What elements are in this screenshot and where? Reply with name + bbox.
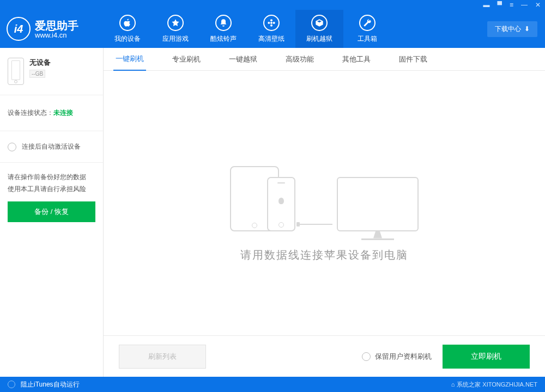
subtab-jailbreak[interactable]: 一键越狱 bbox=[227, 48, 259, 70]
nav-wallpapers[interactable]: 高清壁纸 bbox=[247, 10, 295, 48]
nav-my-device[interactable]: 我的设备 bbox=[104, 10, 152, 48]
appstore-icon bbox=[167, 15, 184, 31]
watermark-icon: ⌂ bbox=[451, 381, 455, 388]
svg-point-4 bbox=[273, 22, 275, 24]
svg-point-1 bbox=[270, 19, 272, 21]
action-bar: 刷新列表 保留用户资料刷机 立即刷机 bbox=[104, 335, 545, 377]
subtab-oneclick-flash[interactable]: 一键刷机 bbox=[113, 48, 146, 71]
subtab-firmware[interactable]: 固件下载 bbox=[397, 48, 429, 70]
connection-status: 设备连接状态：未连接 bbox=[0, 95, 103, 131]
main-panel: 一键刷机 专业刷机 一键越狱 高级功能 其他工具 固件下载 请用数据线连接苹果设… bbox=[104, 48, 545, 377]
iphone-icon bbox=[267, 177, 295, 231]
content-area: 请用数据线连接苹果设备到电脑 bbox=[104, 71, 545, 335]
feedback-icon[interactable]: ▬ bbox=[483, 1, 489, 9]
skin-icon[interactable]: ▀ bbox=[497, 1, 502, 9]
close-icon[interactable]: ✕ bbox=[535, 1, 541, 9]
device-name: 无设备 bbox=[29, 58, 51, 68]
block-itunes-option[interactable]: 阻止iTunes自动运行 bbox=[21, 380, 80, 389]
keep-user-data-option[interactable]: 保留用户资料刷机 bbox=[362, 352, 432, 362]
svg-point-3 bbox=[268, 22, 270, 24]
device-info: 无设备 --GB bbox=[0, 48, 103, 95]
status-value: 未连接 bbox=[53, 109, 73, 117]
wrench-icon bbox=[359, 15, 376, 31]
app-name: 爱思助手 bbox=[35, 20, 78, 32]
bottombar: 阻止iTunes自动运行 ⌂ 系统之家 XITONGZHIJIA.NET bbox=[0, 377, 545, 392]
radio-icon bbox=[8, 381, 15, 388]
subtab-pro-flash[interactable]: 专业刷机 bbox=[170, 48, 203, 70]
nav-ringtones[interactable]: 酷炫铃声 bbox=[199, 10, 247, 48]
subtab-other-tools[interactable]: 其他工具 bbox=[340, 48, 373, 70]
flower-icon bbox=[263, 15, 280, 31]
phone-icon bbox=[8, 58, 24, 85]
download-icon: ⬇ bbox=[524, 25, 530, 33]
connect-message: 请用数据线连接苹果设备到电脑 bbox=[240, 248, 408, 262]
download-center-button[interactable]: 下载中心 ⬇ bbox=[487, 21, 537, 37]
box-icon bbox=[311, 15, 328, 31]
monitor-icon bbox=[337, 177, 419, 231]
svg-point-0 bbox=[270, 22, 272, 24]
subtab-advanced[interactable]: 高级功能 bbox=[283, 48, 316, 70]
bell-icon bbox=[215, 15, 232, 31]
nav-flash-jailbreak[interactable]: 刷机越狱 bbox=[295, 10, 343, 48]
subtabs: 一键刷机 专业刷机 一键越狱 高级功能 其他工具 固件下载 bbox=[104, 48, 545, 71]
logo-icon: i4 bbox=[7, 17, 31, 41]
sidebar: 无设备 --GB 设备连接状态：未连接 连接后自动激活设备 请在操作前备份好您的… bbox=[0, 48, 104, 377]
svg-point-2 bbox=[270, 24, 272, 26]
nav-apps[interactable]: 应用游戏 bbox=[152, 10, 199, 48]
device-illustration bbox=[226, 144, 422, 231]
cable-icon bbox=[300, 224, 332, 225]
titlebar: ▬ ▀ ≡ — ✕ bbox=[0, 0, 545, 10]
minimize-icon[interactable]: — bbox=[521, 1, 528, 9]
nav-toolbox[interactable]: 工具箱 bbox=[343, 10, 391, 48]
device-size: --GB bbox=[29, 70, 45, 78]
header: i4 爱思助手 www.i4.cn 我的设备 应用游戏 酷炫铃声 高清壁纸 刷机… bbox=[0, 10, 545, 48]
radio-icon bbox=[8, 143, 16, 151]
app-url: www.i4.cn bbox=[35, 32, 78, 39]
auto-activate-option[interactable]: 连接后自动激活设备 bbox=[0, 131, 103, 163]
backup-restore-button[interactable]: 备份 / 恢复 bbox=[8, 201, 95, 222]
radio-icon bbox=[362, 352, 371, 361]
backup-section: 请在操作前备份好您的数据 使用本工具请自行承担风险 备份 / 恢复 bbox=[0, 163, 103, 231]
menu-icon[interactable]: ≡ bbox=[510, 1, 513, 9]
apple-icon bbox=[119, 15, 136, 31]
refresh-list-button[interactable]: 刷新列表 bbox=[119, 345, 206, 369]
flash-now-button[interactable]: 立即刷机 bbox=[443, 345, 530, 369]
main-nav: 我的设备 应用游戏 酷炫铃声 高清壁纸 刷机越狱 工具箱 bbox=[104, 10, 391, 48]
watermark: ⌂ 系统之家 XITONGZHIJIA.NET bbox=[451, 381, 537, 389]
logo[interactable]: i4 爱思助手 www.i4.cn bbox=[0, 17, 104, 41]
